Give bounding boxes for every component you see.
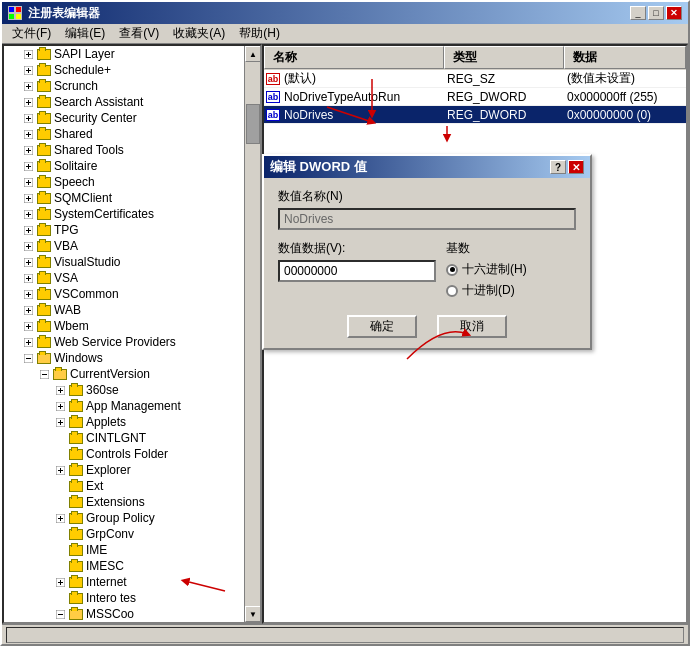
folder-icon <box>36 63 52 77</box>
tree-node-sapiLayer[interactable]: SAPI Layer <box>4 46 260 62</box>
tree-node-tpg[interactable]: TPG <box>4 222 260 238</box>
expand-icon[interactable] <box>20 142 36 158</box>
tree-node-windows[interactable]: Windows <box>4 350 260 366</box>
expand-icon[interactable] <box>52 414 68 430</box>
menu-help[interactable]: 帮助(H) <box>233 24 286 43</box>
maximize-button[interactable]: □ <box>648 6 664 20</box>
tree-node-vsCommon[interactable]: VSCommon <box>4 286 260 302</box>
menu-file[interactable]: 文件(F) <box>6 24 57 43</box>
tree-node-vsa[interactable]: VSA <box>4 270 260 286</box>
tree-node-imesc[interactable]: IMESC <box>4 558 260 574</box>
tree-node-applets[interactable]: Applets <box>4 414 260 430</box>
table-row[interactable]: ab NoDriveTypeAutoRun REG_DWORD 0x000000… <box>264 88 686 106</box>
expand-icon[interactable] <box>52 398 68 414</box>
tree-node-ime[interactable]: IME <box>4 542 260 558</box>
folder-icon <box>68 463 84 477</box>
expand-icon[interactable] <box>20 174 36 190</box>
tree-node-mstcPolicy[interactable]: MSTC Policy <box>4 622 260 624</box>
expand-icon[interactable] <box>20 110 36 126</box>
close-button[interactable]: ✕ <box>666 6 682 20</box>
expand-icon[interactable] <box>52 510 68 526</box>
tree-panel[interactable]: SAPI Layer Schedule+ Scrunch <box>2 44 262 624</box>
dialog-title-bar: 编辑 DWORD 值 ? ✕ <box>264 156 590 178</box>
tree-scrollbar[interactable]: ▲ ▼ <box>244 46 260 622</box>
expand-icon[interactable] <box>52 462 68 478</box>
tree-node-grpConv[interactable]: GrpConv <box>4 526 260 542</box>
node-label: App Management <box>84 399 181 413</box>
expand-icon[interactable] <box>52 606 68 622</box>
expand-icon[interactable] <box>20 190 36 206</box>
status-section <box>6 627 684 643</box>
tree-node-explorer[interactable]: Explorer <box>4 462 260 478</box>
tree-node-vba[interactable]: VBA <box>4 238 260 254</box>
tree-node-searchAssistant[interactable]: Search Assistant <box>4 94 260 110</box>
tree-node-scrunch[interactable]: Scrunch <box>4 78 260 94</box>
expand-icon[interactable] <box>20 270 36 286</box>
tree-node-solitaire[interactable]: Solitaire <box>4 158 260 174</box>
tree-node-msscoo[interactable]: MSSCoo <box>4 606 260 622</box>
expand-icon[interactable] <box>20 62 36 78</box>
dialog-close-button[interactable]: ✕ <box>568 160 584 174</box>
cancel-button[interactable]: 取消 <box>437 315 507 338</box>
node-label: Search Assistant <box>52 95 143 109</box>
expand-icon[interactable] <box>20 126 36 142</box>
tree-node-sqmClient[interactable]: SQMClient <box>4 190 260 206</box>
tree-node-groupPolicy[interactable]: Group Policy <box>4 510 260 526</box>
table-row[interactable]: ab (默认) REG_SZ (数值未设置) <box>264 70 686 88</box>
tree-node-sharedTools[interactable]: Shared Tools <box>4 142 260 158</box>
edit-dword-dialog[interactable]: 编辑 DWORD 值 ? ✕ 数值名称(N) 数值数据(V): 基数 <box>262 154 592 350</box>
expand-icon[interactable] <box>20 206 36 222</box>
dialog-help-button[interactable]: ? <box>550 160 566 174</box>
node-label: TPG <box>52 223 79 237</box>
expand-icon[interactable] <box>36 366 52 382</box>
expand-icon[interactable] <box>20 334 36 350</box>
minimize-button[interactable]: _ <box>630 6 646 20</box>
tree-node-extensions[interactable]: Extensions <box>4 494 260 510</box>
tree-node-schedulePlus[interactable]: Schedule+ <box>4 62 260 78</box>
main-window: 注册表编辑器 _ □ ✕ 文件(F) 编辑(E) 查看(V) 收藏夹(A) 帮助… <box>0 0 690 646</box>
tree-node-ext[interactable]: Ext <box>4 478 260 494</box>
expand-icon[interactable] <box>20 46 36 62</box>
expand-icon[interactable] <box>20 318 36 334</box>
tree-node-speech[interactable]: Speech <box>4 174 260 190</box>
tree-node-webServiceProviders[interactable]: Web Service Providers <box>4 334 260 350</box>
tree-node-cintlgnt[interactable]: CINTLGNT <box>4 430 260 446</box>
tree-node-securityCenter[interactable]: Security Center <box>4 110 260 126</box>
tree-node-360se[interactable]: 360se <box>4 382 260 398</box>
menu-favorites[interactable]: 收藏夹(A) <box>167 24 231 43</box>
expand-icon[interactable] <box>20 254 36 270</box>
tree-node-systemCerts[interactable]: SystemCertificates <box>4 206 260 222</box>
tree-node-wab[interactable]: WAB <box>4 302 260 318</box>
field-data-input[interactable] <box>278 260 436 282</box>
expand-icon[interactable] <box>20 94 36 110</box>
expand-icon[interactable] <box>20 350 36 366</box>
tree-node-currentVersion[interactable]: CurrentVersion <box>4 366 260 382</box>
table-row[interactable]: ab NoDrives REG_DWORD 0x00000000 (0) <box>264 106 686 124</box>
expand-icon[interactable] <box>20 158 36 174</box>
tree-node-wbem[interactable]: Wbem <box>4 318 260 334</box>
expand-icon[interactable] <box>20 222 36 238</box>
radio-hex-circle[interactable] <box>446 264 458 276</box>
tree-node-appMgmt[interactable]: App Management <box>4 398 260 414</box>
menu-view[interactable]: 查看(V) <box>113 24 165 43</box>
expand-icon[interactable] <box>20 302 36 318</box>
tree-node-internet[interactable]: Internet <box>4 574 260 590</box>
tree-node-shared[interactable]: Shared <box>4 126 260 142</box>
tree-node-controlsFolder[interactable]: Controls Folder <box>4 446 260 462</box>
expand-icon[interactable] <box>52 574 68 590</box>
tree-node-visualStudio[interactable]: VisualStudio <box>4 254 260 270</box>
tree-node-interoTes[interactable]: Intero tes <box>4 590 260 606</box>
expand-icon[interactable] <box>20 238 36 254</box>
expand-icon[interactable] <box>20 78 36 94</box>
no-expand <box>52 430 68 446</box>
expand-icon[interactable] <box>20 286 36 302</box>
radio-dec-circle[interactable] <box>446 285 458 297</box>
expand-icon[interactable] <box>52 382 68 398</box>
radio-hex-option[interactable]: 十六进制(H) <box>446 261 576 278</box>
menu-edit[interactable]: 编辑(E) <box>59 24 111 43</box>
reg-name: NoDriveTypeAutoRun <box>282 90 447 104</box>
field-name-input[interactable] <box>278 208 576 230</box>
radio-dec-option[interactable]: 十进制(D) <box>446 282 576 299</box>
reg-data: (数值未设置) <box>567 70 686 87</box>
ok-button[interactable]: 确定 <box>347 315 417 338</box>
